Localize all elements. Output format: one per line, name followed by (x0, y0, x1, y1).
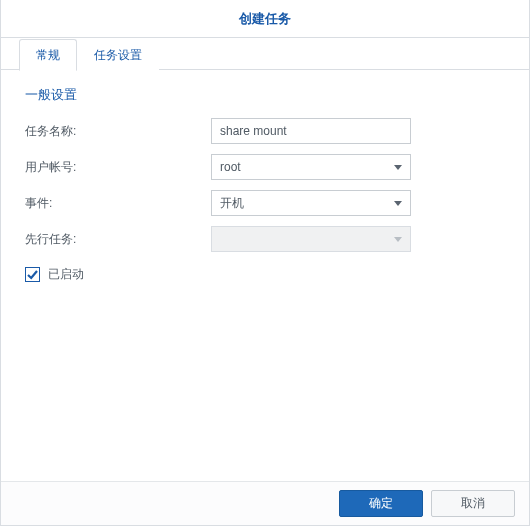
row-task-name: 任务名称: (25, 118, 505, 144)
chevron-down-icon (394, 237, 402, 242)
row-enabled: 已启动 (25, 266, 505, 283)
tab-bar: 常规 任务设置 (1, 38, 529, 70)
ok-button[interactable]: 确定 (339, 490, 423, 517)
ok-button-label: 确定 (369, 495, 393, 512)
dialog-title: 创建任务 (239, 10, 291, 28)
select-event-value: 开机 (220, 195, 244, 212)
label-pretask: 先行任务: (25, 231, 211, 248)
select-event[interactable]: 开机 (211, 190, 411, 216)
select-user-value: root (220, 160, 241, 174)
cancel-button[interactable]: 取消 (431, 490, 515, 517)
checkmark-icon (26, 268, 39, 281)
content-area: 一般设置 任务名称: 用户帐号: root 事件: 开机 先行任务: (1, 70, 529, 293)
label-enabled: 已启动 (48, 266, 84, 283)
row-pretask: 先行任务: (25, 226, 505, 252)
dialog-footer: 确定 取消 (1, 481, 529, 525)
label-task-name: 任务名称: (25, 123, 211, 140)
chevron-down-icon (394, 201, 402, 206)
section-title: 一般设置 (25, 86, 505, 104)
tab-general[interactable]: 常规 (19, 39, 77, 71)
input-task-name[interactable] (211, 118, 411, 144)
checkbox-enabled[interactable] (25, 267, 40, 282)
label-user: 用户帐号: (25, 159, 211, 176)
label-event: 事件: (25, 195, 211, 212)
tab-task-settings-label: 任务设置 (94, 48, 142, 62)
select-pretask (211, 226, 411, 252)
dialog-header: 创建任务 (1, 0, 529, 38)
select-user[interactable]: root (211, 154, 411, 180)
chevron-down-icon (394, 165, 402, 170)
tab-task-settings[interactable]: 任务设置 (77, 39, 159, 71)
cancel-button-label: 取消 (461, 495, 485, 512)
row-user: 用户帐号: root (25, 154, 505, 180)
tab-general-label: 常规 (36, 48, 60, 62)
row-event: 事件: 开机 (25, 190, 505, 216)
